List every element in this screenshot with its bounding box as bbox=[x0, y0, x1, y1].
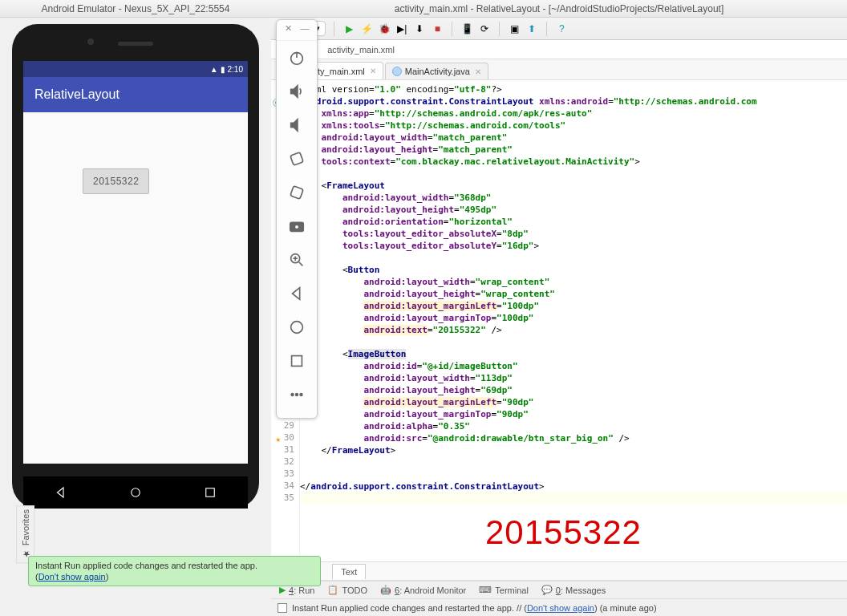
emu-volume-down-button[interactable] bbox=[277, 108, 317, 142]
emu-screenshot-button[interactable] bbox=[277, 209, 317, 243]
notification-text: Instant Run applied code changes and res… bbox=[35, 560, 314, 571]
app-body: 20155322 bbox=[23, 112, 248, 464]
editor-tabs: 📄 activity_main.xml ✕ MainActivity.java … bbox=[271, 59, 847, 80]
emu-power-button[interactable] bbox=[277, 41, 317, 75]
app-button[interactable]: 20155322 bbox=[83, 168, 149, 194]
svg-point-15 bbox=[296, 394, 298, 396]
emu-rotate-right-button[interactable] bbox=[277, 176, 317, 209]
svg-point-0 bbox=[132, 488, 140, 497]
emulator-minimize-icon[interactable]: — bbox=[301, 23, 310, 34]
svg-point-16 bbox=[300, 394, 302, 396]
ide-toolbar: 📱 app ▾ ▶ ⚡ 🐞 ▶| ⬇ ■ 📱 ⟳ ▣ ⬆ ? bbox=[271, 18, 847, 40]
layout-inspector-button[interactable]: ▣ bbox=[508, 22, 521, 35]
phone-navbar bbox=[23, 476, 248, 509]
editor-area: 12ⓒ3456789101112131415161718192021222324… bbox=[271, 80, 847, 561]
phone-speaker bbox=[118, 42, 153, 46]
sdk-manager-button[interactable]: ⟳ bbox=[478, 22, 491, 35]
apply-changes-button[interactable]: ⚡ bbox=[360, 22, 373, 35]
profile-button[interactable]: ▶| bbox=[395, 22, 408, 35]
attach-debugger-button[interactable]: ⬇ bbox=[413, 22, 426, 35]
emulator-close-icon[interactable]: ✕ bbox=[285, 23, 292, 34]
svg-line-9 bbox=[299, 262, 303, 266]
breadcrumb-file[interactable]: activity_main.xml bbox=[322, 43, 399, 56]
emu-overview-button[interactable] bbox=[277, 344, 317, 378]
code-editor[interactable]: <?xml version="1.0" encoding="utf-8"?><a… bbox=[300, 80, 847, 561]
nav-home-icon[interactable] bbox=[128, 485, 143, 500]
phone-camera bbox=[87, 38, 94, 45]
emu-volume-up-button[interactable] bbox=[277, 75, 317, 108]
emulator-window: Android Emulator - Nexus_5X_API_22:5554 … bbox=[0, 0, 271, 509]
stop-button[interactable]: ■ bbox=[431, 22, 444, 35]
svg-rect-4 bbox=[290, 152, 303, 165]
todo-toolwindow-button[interactable]: 📋TODO bbox=[327, 585, 367, 595]
instant-run-notification: Instant Run applied code changes and res… bbox=[28, 556, 321, 586]
text-tab[interactable]: Text bbox=[332, 564, 366, 579]
svg-rect-13 bbox=[292, 356, 302, 367]
phone-frame: ▲ ▮ 2:10 RelativeLayout 20155322 bbox=[12, 24, 259, 509]
status-time: 2:10 bbox=[228, 65, 243, 74]
svg-point-12 bbox=[291, 322, 303, 334]
close-icon[interactable]: ✕ bbox=[475, 67, 481, 76]
run-button[interactable]: ▶ bbox=[342, 22, 355, 35]
theme-editor-button[interactable]: ⬆ bbox=[525, 22, 538, 35]
breadcrumb: ut 〉 📄 activity_main.xml bbox=[271, 40, 847, 59]
status-bar: Instant Run applied code changes and res… bbox=[271, 598, 847, 616]
bottom-tool-strip: ▶4: Run 📋TODO 🤖6: Android Monitor ⌨Termi… bbox=[271, 581, 847, 598]
tab-label: MainActivity.java bbox=[405, 67, 470, 76]
debug-button[interactable]: 🐞 bbox=[378, 22, 391, 35]
svg-point-7 bbox=[294, 225, 299, 229]
signal-icon: ▲ bbox=[210, 65, 218, 74]
status-link[interactable]: Don't show again bbox=[527, 603, 594, 613]
nav-recent-icon[interactable] bbox=[203, 485, 217, 500]
android-monitor-button[interactable]: 🤖6: Android Monitor bbox=[380, 585, 466, 595]
avd-manager-button[interactable]: 📱 bbox=[460, 22, 473, 35]
terminal-button[interactable]: ⌨Terminal bbox=[479, 585, 529, 595]
app-title: RelativeLayout bbox=[34, 87, 120, 102]
emulator-titlebar: Android Emulator - Nexus_5X_API_22:5554 bbox=[0, 0, 271, 18]
emu-zoom-button[interactable] bbox=[277, 243, 317, 277]
app-bar: RelativeLayout bbox=[23, 77, 248, 112]
emu-rotate-left-button[interactable] bbox=[277, 142, 317, 176]
nav-back-icon[interactable] bbox=[54, 485, 68, 500]
battery-icon: ▮ bbox=[221, 65, 225, 74]
close-icon[interactable]: ✕ bbox=[370, 67, 376, 75]
emu-back-button[interactable] bbox=[277, 277, 317, 310]
svg-point-14 bbox=[291, 394, 294, 396]
messages-button[interactable]: 💬0: Messages bbox=[541, 585, 606, 595]
ide-title: activity_main.xml - RelativeLayout - [~/… bbox=[395, 3, 724, 14]
status-checkbox[interactable] bbox=[278, 603, 287, 613]
svg-rect-1 bbox=[206, 488, 215, 497]
emulator-title: Android Emulator - Nexus_5X_API_22:5554 bbox=[42, 3, 230, 14]
svg-rect-5 bbox=[290, 186, 303, 199]
dont-show-again-link[interactable]: Don't show again bbox=[38, 572, 106, 582]
emu-more-button[interactable] bbox=[277, 378, 317, 411]
phone-screen[interactable]: ▲ ▮ 2:10 RelativeLayout 20155322 bbox=[23, 61, 248, 464]
emu-home-button[interactable] bbox=[277, 310, 317, 344]
phone-statusbar: ▲ ▮ 2:10 bbox=[23, 61, 248, 77]
tab-mainactivity-java[interactable]: MainActivity.java ✕ bbox=[385, 63, 488, 79]
help-button[interactable]: ? bbox=[555, 22, 568, 35]
ide-titlebar: activity_main.xml - RelativeLayout - [~/… bbox=[271, 0, 847, 18]
status-message: Instant Run applied code changes and res… bbox=[292, 603, 657, 613]
favorites-toolwindow-button[interactable]: ★ Favorites bbox=[16, 505, 34, 563]
emulator-controls: ✕ — bbox=[276, 19, 318, 419]
java-file-icon bbox=[392, 67, 402, 76]
design-text-tabs: Design Text bbox=[271, 561, 847, 581]
overlay-number: 20155322 bbox=[485, 513, 642, 552]
